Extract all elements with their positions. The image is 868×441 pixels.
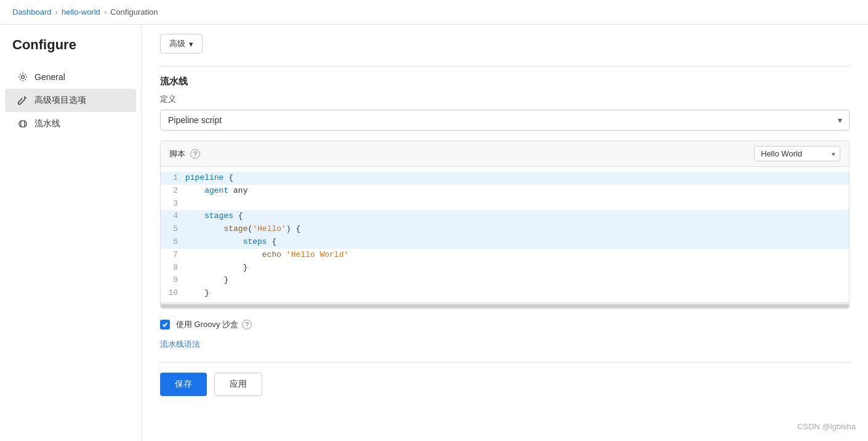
code-line-6: 6 steps {: [161, 236, 849, 249]
script-label-group: 脚本 ?: [169, 148, 200, 160]
apply-button[interactable]: 应用: [214, 373, 262, 396]
sidebar-title: Configure: [0, 37, 141, 65]
line-content-6: steps {: [185, 236, 849, 249]
definition-label: 定义: [160, 94, 850, 105]
breadcrumb-hello-world[interactable]: hello-world: [62, 7, 100, 17]
advanced-btn-area: 高级 ▾: [160, 25, 850, 60]
definition-select[interactable]: Pipeline script: [160, 110, 850, 131]
code-line-1: 1 pipeline {: [161, 172, 849, 185]
code-line-3: 3: [161, 198, 849, 211]
sidebar-item-advanced-label: 高级项目选项: [34, 95, 86, 106]
sidebar-item-general-label: General: [34, 72, 65, 82]
code-line-8: 8 }: [161, 262, 849, 275]
top-bar: Dashboard › hello-world › Configuration: [0, 0, 868, 25]
main-layout: Configure General 高级项目选项: [0, 25, 868, 441]
sample-select[interactable]: Hello World: [754, 146, 840, 161]
code-line-9: 9 }: [161, 274, 849, 287]
code-line-4: 4 stages {: [161, 210, 849, 223]
line-content-10: }: [185, 287, 849, 300]
content-area: 高级 ▾ 流水线 定义 Pipeline script 脚本 ?: [142, 25, 868, 441]
code-line-2: 2 agent any: [161, 185, 849, 198]
script-section: 脚本 ? Hello World 1 pipeline { 2: [160, 140, 850, 309]
line-num-9: 9: [161, 274, 185, 287]
breadcrumb: Dashboard › hello-world › Configuration: [12, 7, 158, 17]
scroll-thumb: [161, 304, 849, 308]
breadcrumb-sep-2: ›: [104, 7, 106, 17]
section-divider: [160, 66, 850, 67]
chevron-down-icon: ▾: [189, 39, 193, 49]
line-content-9: }: [185, 274, 849, 287]
code-line-5: 5 stage('Hello') {: [161, 223, 849, 236]
svg-point-0: [22, 76, 25, 79]
sidebar: Configure General 高级项目选项: [0, 25, 142, 441]
line-num-8: 8: [161, 262, 185, 275]
sample-select-wrapper: Hello World: [754, 146, 840, 161]
sidebar-item-pipeline-label: 流水线: [34, 118, 60, 129]
advanced-button-label: 高级: [169, 38, 185, 49]
scroll-bar[interactable]: [161, 302, 849, 309]
advanced-button[interactable]: 高级 ▾: [160, 34, 203, 54]
line-content-1: pipeline {: [185, 172, 849, 185]
code-editor[interactable]: 1 pipeline { 2 agent any 3 4 stages {: [161, 167, 849, 302]
gear-icon: [17, 71, 28, 83]
line-content-8: }: [185, 262, 849, 275]
groovy-sandbox-checkbox[interactable]: [160, 320, 170, 330]
code-line-7: 7 echo 'Hello World': [161, 249, 849, 262]
watermark: CSDN @lgbisha: [797, 422, 856, 431]
script-header: 脚本 ? Hello World: [161, 141, 849, 167]
breadcrumb-sep-1: ›: [55, 7, 58, 17]
groovy-sandbox-help-icon[interactable]: ?: [242, 320, 252, 330]
line-content-5: stage('Hello') {: [185, 223, 849, 236]
definition-select-wrapper: Pipeline script: [160, 110, 850, 131]
groovy-sandbox-row: 使用 Groovy 沙盒 ?: [160, 319, 850, 330]
line-num-4: 4: [161, 210, 185, 223]
line-num-6: 6: [161, 236, 185, 249]
line-content-7: echo 'Hello World': [185, 249, 849, 262]
script-help-icon[interactable]: ?: [190, 149, 200, 159]
line-num-10: 10: [161, 287, 185, 300]
line-content-2: agent any: [185, 185, 849, 198]
save-button[interactable]: 保存: [160, 373, 207, 396]
script-label-text: 脚本: [169, 148, 185, 160]
sidebar-item-general[interactable]: General: [5, 65, 136, 89]
breadcrumb-dashboard[interactable]: Dashboard: [12, 7, 52, 17]
code-line-10: 10 }: [161, 287, 849, 300]
action-bar: 保存 应用: [160, 362, 850, 396]
flow-icon: [17, 118, 28, 129]
line-num-7: 7: [161, 249, 185, 262]
line-num-1: 1: [161, 172, 185, 185]
pipeline-section-label: 流水线: [160, 76, 850, 87]
line-content-4: stages {: [185, 210, 849, 223]
line-num-3: 3: [161, 198, 185, 211]
line-num-5: 5: [161, 223, 185, 236]
sidebar-item-pipeline[interactable]: 流水线: [5, 112, 136, 136]
pipeline-syntax-link[interactable]: 流水线语法: [160, 339, 200, 349]
breadcrumb-current: Configuration: [110, 7, 158, 17]
line-num-2: 2: [161, 185, 185, 198]
groovy-sandbox-label: 使用 Groovy 沙盒 ?: [176, 319, 252, 330]
sidebar-item-advanced[interactable]: 高级项目选项: [5, 89, 136, 112]
wrench-icon: [17, 95, 28, 106]
